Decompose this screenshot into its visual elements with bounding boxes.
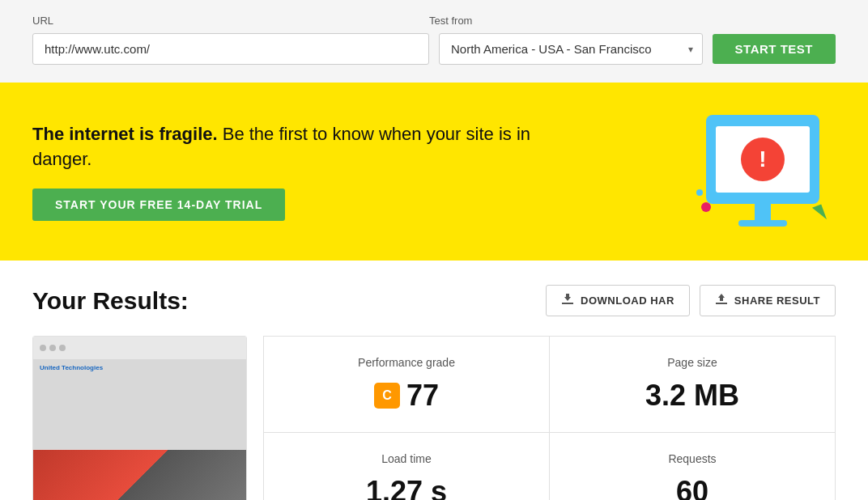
deco-circle-pink [701,202,711,212]
test-from-label: Test from [429,15,836,27]
browser-dot-1 [40,345,46,351]
metric-label-pagesize: Page size [566,356,819,369]
screenshot-bottom [33,450,246,500]
results-actions: DOWNLOAD HAR SHARE RESULT [546,285,836,316]
start-test-button[interactable]: START TEST [713,34,836,64]
svg-rect-2 [716,303,727,304]
cursor-icon [812,205,827,223]
results-area: Your Results: DOWNLOAD HAR [0,261,868,500]
download-icon [561,293,574,308]
metric-label-performance: Performance grade [280,356,533,369]
monitor-screen: ! [716,126,810,193]
header-area: URL Test from North America - USA - San … [0,0,868,83]
people-bar [33,450,246,500]
url-label: URL [32,15,429,27]
download-har-label: DOWNLOAD HAR [581,294,674,307]
metric-cell-pagesize: Page size 3.2 MB [549,337,835,433]
metrics-grid: Performance grade C 77 Page size 3.2 MB … [263,336,836,500]
results-header: Your Results: DOWNLOAD HAR [32,285,836,316]
metric-cell-requests: Requests 60 [549,433,835,500]
yellow-banner: The internet is fragile. Be the first to… [0,83,868,261]
screenshot-top: United Technologies [33,337,246,450]
share-result-label: SHARE RESULT [734,294,820,307]
metric-value-row-performance: C 77 [280,379,533,413]
download-har-button[interactable]: DOWNLOAD HAR [546,285,690,316]
share-icon [715,293,728,308]
metric-value-loadtime: 1.27 s [366,475,447,500]
exclamation-icon: ! [759,146,766,172]
url-input[interactable] [32,33,429,65]
results-title: Your Results: [32,287,189,315]
browser-dot-3 [59,345,66,351]
share-result-button[interactable]: SHARE RESULT [700,285,836,316]
metric-value-performance: 77 [406,379,439,413]
browser-dot-2 [49,345,56,351]
deco-circle-light-blue [696,189,703,196]
monitor-body: ! [706,115,819,204]
banner-text: The internet is fragile. Be the first to… [32,122,534,172]
metric-label-requests: Requests [566,452,819,465]
svg-rect-0 [562,303,573,304]
monitor-illustration: ! [690,107,836,236]
svg-marker-3 [718,294,725,301]
metric-value-requests: 60 [676,475,708,500]
metric-cell-loadtime: Load time 1.27 s [263,433,549,500]
metric-value-pagesize: 3.2 MB [645,379,739,412]
header-labels: URL Test from [32,15,836,27]
monitor-base [738,220,787,227]
input-row: North America - USA - San Francisco ▾ ST… [32,33,836,65]
screenshot-column: United Technologies [32,336,247,500]
trial-cta-button[interactable]: START YOUR FREE 14-DAY TRIAL [32,189,285,221]
monitor-stand [755,204,771,220]
alert-circle: ! [741,138,785,181]
metric-label-loadtime: Load time [280,452,533,465]
results-grid: United Technologies Performance grade C … [32,336,836,500]
test-from-select[interactable]: North America - USA - San Francisco [439,33,703,65]
screenshot-content: United Technologies [33,359,246,449]
svg-marker-1 [564,294,571,301]
grade-badge: C [374,383,400,409]
utc-logo: United Technologies [40,364,103,371]
browser-bar [33,337,246,359]
banner-text-bold: The internet is fragile. [32,124,218,144]
test-from-wrapper: North America - USA - San Francisco ▾ [439,33,703,65]
banner-left: The internet is fragile. Be the first to… [32,122,534,221]
metric-cell-performance: Performance grade C 77 [263,337,549,433]
